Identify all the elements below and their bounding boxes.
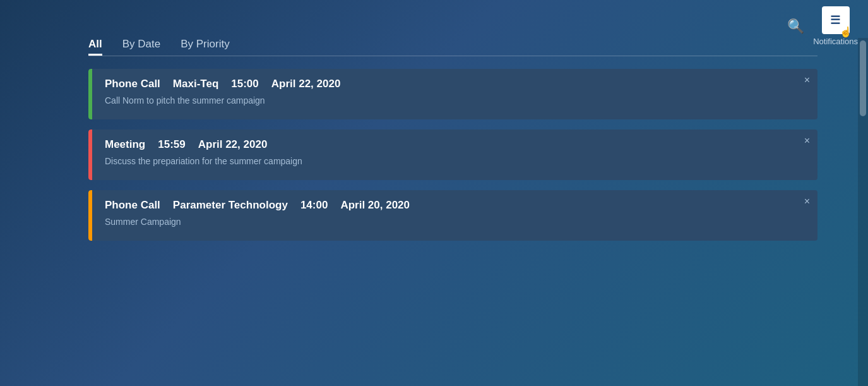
card-title-row-2: Meeting 15:59 April 22, 2020	[105, 138, 805, 151]
tabs-divider	[88, 56, 817, 56]
search-button[interactable]: 🔍	[783, 15, 808, 39]
activity-card-3: Phone Call Parameter Technology 14:00 Ap…	[88, 190, 817, 241]
card-date-3: April 20, 2020	[340, 199, 410, 212]
card-close-2[interactable]: ×	[804, 136, 810, 146]
card-body-1: Phone Call Maxi-Teq 15:00 April 22, 2020…	[92, 69, 817, 119]
card-type-3: Phone Call	[105, 199, 160, 212]
menu-icon: ☰	[830, 15, 841, 26]
tabs-container: All By Date By Priority	[88, 38, 817, 56]
card-close-1[interactable]: ×	[804, 75, 810, 85]
scrollbar-track[interactable]	[858, 38, 868, 386]
card-close-3[interactable]: ×	[804, 196, 810, 207]
tab-by-priority[interactable]: By Priority	[181, 38, 229, 56]
card-time-2: 15:59	[158, 138, 185, 151]
card-time-3: 14:00	[300, 199, 328, 212]
card-title-row-1: Phone Call Maxi-Teq 15:00 April 22, 2020	[105, 78, 805, 90]
card-body-3: Phone Call Parameter Technology 14:00 Ap…	[92, 190, 817, 241]
notifications-label: Notifications	[813, 37, 858, 46]
card-description-1: Call Norm to pitch the summer campaign	[105, 95, 805, 106]
top-bar: 🔍 ☰ ☝ Notifications	[773, 0, 868, 52]
tab-by-date[interactable]: By Date	[122, 38, 160, 56]
card-date-1: April 22, 2020	[271, 78, 341, 90]
card-type-2: Meeting	[105, 138, 145, 151]
notifications-icon-box: ☰ ☝	[822, 6, 850, 34]
card-time-1: 15:00	[231, 78, 258, 90]
tab-all[interactable]: All	[88, 38, 102, 56]
card-date-2: April 22, 2020	[198, 138, 268, 151]
card-type-1: Phone Call	[105, 78, 160, 90]
activity-card-1: Phone Call Maxi-Teq 15:00 April 22, 2020…	[88, 69, 817, 119]
activity-card-2: Meeting 15:59 April 22, 2020 Discuss the…	[88, 130, 817, 180]
card-body-2: Meeting 15:59 April 22, 2020 Discuss the…	[92, 130, 817, 180]
main-content: All By Date By Priority Phone Call Maxi-…	[88, 38, 817, 373]
card-company-3: Parameter Technology	[173, 199, 288, 212]
cursor-icon: ☝	[840, 26, 852, 38]
card-company-1: Maxi-Teq	[173, 78, 218, 90]
search-icon: 🔍	[787, 18, 804, 34]
card-description-2: Discuss the prepariation for the summer …	[105, 156, 805, 166]
card-description-3: Summer Campaign	[105, 217, 805, 227]
notifications-button[interactable]: ☰ ☝ Notifications	[813, 6, 858, 46]
card-title-row-3: Phone Call Parameter Technology 14:00 Ap…	[105, 199, 805, 212]
